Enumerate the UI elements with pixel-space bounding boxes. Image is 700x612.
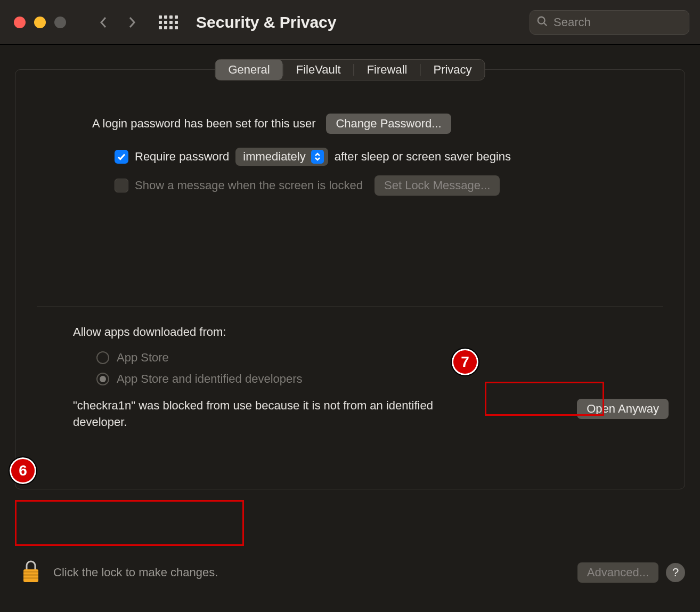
allow-app-store-row: App Store — [73, 351, 685, 365]
after-sleep-label: after sleep or screen saver begins — [335, 150, 511, 164]
allow-identified-radio[interactable] — [96, 373, 109, 385]
require-password-row: Require password immediately after sleep… — [73, 148, 647, 166]
show-message-label: Show a message when the screen is locked — [135, 179, 363, 192]
tab-bar: General FileVault Firewall Privacy — [215, 59, 485, 80]
svg-rect-3 — [23, 571, 38, 573]
allow-apps-section: Allow apps downloaded from: App Store Ap… — [15, 307, 685, 431]
nav-arrows — [98, 17, 137, 28]
login-password-label: A login password has been set for this u… — [92, 117, 315, 131]
show-message-checkbox[interactable] — [115, 179, 128, 192]
require-password-checkbox[interactable] — [115, 150, 128, 164]
lock-icon — [20, 559, 42, 586]
require-password-delay-value: immediately — [243, 150, 305, 164]
require-password-label: Require password — [135, 150, 229, 164]
blocked-app-row: "checkra1n" was blocked from use because… — [73, 398, 685, 431]
search-input[interactable] — [554, 15, 682, 29]
login-password-row: A login password has been set for this u… — [73, 114, 647, 134]
svg-rect-5 — [23, 577, 38, 579]
svg-point-0 — [538, 17, 545, 23]
allow-identified-label: App Store and identified developers — [117, 372, 303, 386]
blocked-app-message: "checkra1n" was blocked from use because… — [73, 398, 435, 431]
close-window-button[interactable] — [14, 17, 26, 28]
zoom-window-button[interactable] — [54, 17, 66, 28]
minimize-window-button[interactable] — [34, 17, 46, 28]
allow-app-store-label: App Store — [117, 351, 169, 365]
titlebar: Security & Privacy — [0, 0, 700, 45]
show-all-icon[interactable] — [159, 15, 178, 29]
help-button[interactable]: ? — [666, 563, 685, 582]
preferences-panel: General FileVault Firewall Privacy A log… — [15, 69, 685, 489]
allow-identified-row: App Store and identified developers — [73, 372, 685, 386]
tab-general[interactable]: General — [215, 60, 282, 80]
window-title: Security & Privacy — [196, 13, 336, 31]
svg-rect-4 — [23, 574, 38, 576]
footer-bar: Click the lock to make changes. Advanced… — [15, 555, 685, 590]
svg-line-1 — [544, 22, 547, 26]
require-password-delay-select[interactable]: immediately — [235, 148, 328, 166]
lock-hint-text: Click the lock to make changes. — [53, 566, 218, 579]
tab-firewall[interactable]: Firewall — [354, 60, 420, 80]
allow-apps-heading: Allow apps downloaded from: — [73, 325, 685, 339]
advanced-button[interactable]: Advanced... — [577, 562, 658, 583]
lock-area[interactable]: Click the lock to make changes. — [15, 555, 223, 590]
window-controls — [14, 17, 66, 28]
select-arrows-icon — [311, 150, 324, 164]
tab-filevault[interactable]: FileVault — [283, 60, 354, 80]
forward-button[interactable] — [127, 17, 137, 28]
general-content: A login password has been set for this u… — [15, 94, 685, 196]
show-message-row: Show a message when the screen is locked… — [73, 175, 647, 196]
annotation-box-lock — [15, 500, 244, 546]
search-icon — [536, 15, 548, 29]
open-anyway-button[interactable]: Open Anyway — [577, 399, 669, 419]
search-field[interactable] — [530, 10, 689, 35]
set-lock-message-button: Set Lock Message... — [375, 175, 500, 196]
allow-app-store-radio[interactable] — [96, 351, 109, 364]
back-button[interactable] — [98, 17, 109, 28]
change-password-button[interactable]: Change Password... — [326, 114, 451, 134]
tab-privacy[interactable]: Privacy — [420, 60, 484, 80]
